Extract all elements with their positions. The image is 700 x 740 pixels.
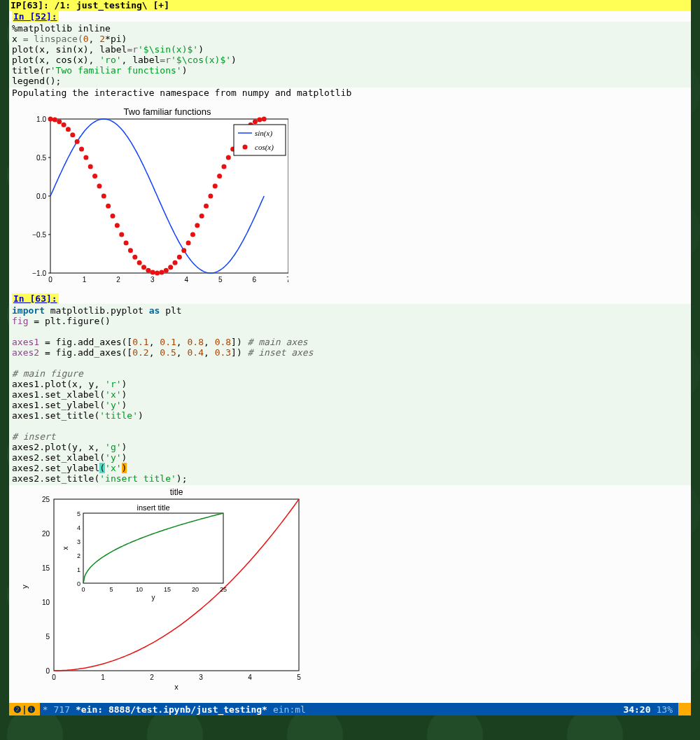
code-line: axes1.set_ylabel('y') (12, 400, 127, 410)
chart-1: Two familiar functions 1.0 0.5 0.0 −0.5 … (9, 98, 691, 293)
svg-text:3: 3 (199, 673, 203, 681)
chart-2-title: title (170, 487, 183, 497)
svg-point-42 (155, 271, 160, 276)
svg-text:25: 25 (220, 586, 227, 593)
svg-text:1: 1 (77, 566, 80, 573)
svg-text:4: 4 (185, 276, 189, 284)
svg-text:10: 10 (136, 586, 143, 593)
svg-text:10: 10 (42, 599, 50, 606)
svg-point-52 (200, 214, 204, 218)
svg-text:15: 15 (42, 564, 50, 572)
svg-text:6: 6 (253, 276, 257, 284)
code-line: axes1 = fig.add_axes([0.1, 0.1, 0.8, 0.8… (12, 337, 308, 347)
chart-2-yticks: 25 20 15 10 5 0 (42, 496, 50, 675)
code-line: axes2.set_title('insert title'); (12, 473, 187, 484)
svg-point-58 (226, 155, 231, 160)
svg-text:0: 0 (77, 580, 80, 587)
code-line: import matplotlib.pyplot as plt (12, 305, 182, 316)
cell-2-prompt: In [63]: (12, 293, 59, 304)
chart-2-ylabel: y (20, 585, 29, 589)
svg-text:7: 7 (286, 276, 288, 284)
cell-1[interactable]: In [52]: %matplotlib inline x = linspace… (9, 11, 691, 98)
svg-point-32 (111, 214, 115, 218)
modeline-position: 34:20 (620, 704, 653, 715)
svg-text:4: 4 (248, 673, 252, 681)
svg-point-18 (48, 117, 53, 122)
code-line: fig = plt.figure() (12, 316, 111, 326)
code-line: legend(); (12, 76, 61, 86)
svg-text:5: 5 (77, 510, 80, 517)
svg-text:2: 2 (77, 552, 80, 559)
svg-point-26 (83, 155, 88, 160)
modeline-modified: * 717 (40, 704, 73, 715)
chart-2-xticks: 0 1 2 3 4 5 (52, 673, 301, 681)
cell-1-output: Populating the interactive namespace fro… (9, 88, 691, 98)
svg-text:cos(x): cos(x) (255, 143, 274, 152)
svg-point-38 (137, 260, 142, 265)
code-line: plot(x, sin(x), label=r'$\sin(x)$') (12, 44, 204, 55)
svg-text:0: 0 (48, 276, 52, 284)
modeline-percent: 13% (654, 704, 676, 715)
code-line: axes2.set_ylabel('x') (12, 463, 127, 473)
code-line: axes2 = fig.add_axes([0.2, 0.5, 0.4, 0.3… (12, 347, 314, 358)
svg-point-33 (115, 223, 120, 228)
code-line: axes1.plot(x, y, 'r') (12, 379, 127, 389)
svg-text:1: 1 (101, 673, 105, 681)
svg-text:20: 20 (192, 586, 199, 593)
cell-2[interactable]: In [63]: import matplotlib.pyplot as plt… (9, 293, 691, 485)
svg-text:0.0: 0.0 (36, 193, 46, 200)
code-line: plot(x, cos(x), 'ro', label=r'$\cos(x)$'… (12, 55, 237, 65)
svg-text:0: 0 (81, 586, 85, 593)
svg-text:3: 3 (150, 276, 155, 284)
svg-point-47 (177, 255, 182, 260)
modeline-buffer: *ein: 8888/test.ipynb/just_testing* (73, 704, 270, 715)
svg-text:1: 1 (83, 276, 87, 284)
cell-2-code[interactable]: import matplotlib.pyplot as plt fig = pl… (9, 304, 691, 485)
modeline-indicators: ❷|❶ (9, 703, 40, 715)
svg-point-37 (132, 255, 137, 260)
svg-text:0: 0 (52, 673, 56, 681)
chart-1-yticks: 1.0 0.5 0.0 −0.5 −1.0 (32, 116, 50, 277)
svg-point-30 (102, 194, 106, 199)
svg-text:0.5: 0.5 (36, 154, 46, 162)
svg-point-20 (57, 119, 62, 124)
svg-point-28 (92, 174, 97, 179)
svg-text:5: 5 (46, 633, 50, 641)
chart-2: title 25 20 15 10 5 0 0 1 2 3 4 5 (9, 485, 691, 696)
chart-1-xticks: 0 1 2 3 4 5 6 7 (48, 276, 288, 284)
modeline-mode: ein:ml (270, 704, 309, 715)
chart-2-xlabel: x (174, 683, 178, 690)
chart-1-title: Two familiar functions (124, 106, 211, 117)
chart-2-inset-axes (83, 513, 223, 583)
svg-point-57 (221, 164, 226, 169)
code-line: # main figure (12, 368, 83, 379)
modeline: ❷|❶ * 717 *ein: 8888/test.ipynb/just_tes… (9, 703, 691, 715)
svg-point-19 (52, 117, 57, 122)
svg-text:5: 5 (109, 586, 113, 593)
svg-point-39 (141, 265, 146, 270)
svg-point-66 (262, 117, 267, 122)
chart-1-legend: sin(x) cos(x) (234, 125, 286, 155)
svg-point-56 (217, 174, 222, 179)
svg-point-53 (204, 204, 209, 209)
title-bar: IP[63]: /1: just_testing\ [+] (9, 0, 691, 11)
svg-point-27 (88, 164, 93, 169)
svg-text:4: 4 (77, 524, 80, 531)
svg-point-23 (70, 132, 75, 137)
svg-text:25: 25 (42, 496, 50, 503)
code-line: axes2.set_xlabel('y') (12, 452, 127, 463)
cell-1-code[interactable]: %matplotlib inline x = linspace(0, 2*pi)… (9, 22, 691, 88)
svg-text:3: 3 (77, 538, 80, 545)
svg-point-65 (257, 117, 262, 122)
editor-frame: IP[63]: /1: just_testing\ [+] In [52]: %… (9, 0, 691, 715)
svg-text:5: 5 (297, 673, 301, 681)
code-line: %matplotlib inline (12, 23, 111, 34)
svg-text:−1.0: −1.0 (32, 270, 46, 277)
svg-point-35 (124, 240, 129, 245)
svg-point-49 (186, 240, 191, 245)
code-line: axes1.set_title('title') (12, 410, 144, 421)
chart-2-inset-title: insert title (136, 503, 169, 512)
svg-point-51 (195, 223, 200, 228)
svg-text:0: 0 (46, 667, 50, 675)
svg-point-44 (164, 268, 169, 273)
